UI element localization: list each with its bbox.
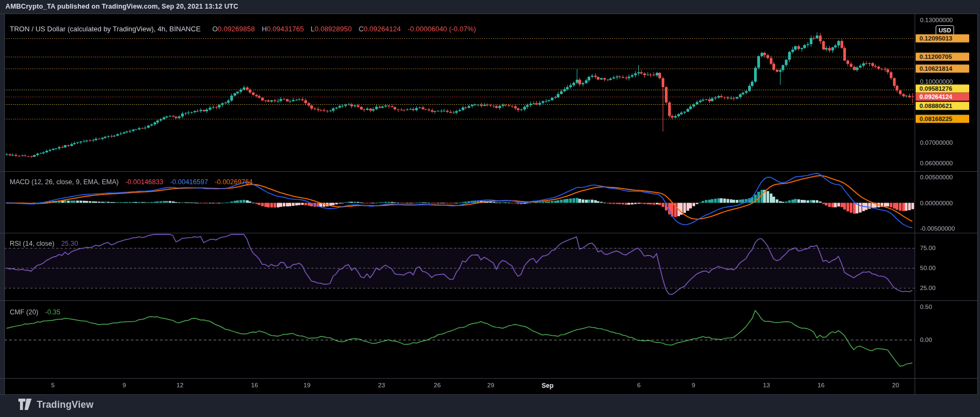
- tradingview-logo[interactable]: TradingView: [18, 399, 94, 411]
- price-axis-tick: 0.06000000: [920, 160, 953, 166]
- time-axis-label: 19: [304, 382, 311, 388]
- tradingview-published-chart: AMBCrypto_TA published on TradingView.co…: [0, 0, 980, 417]
- ohlc-low-letter: L: [311, 25, 315, 33]
- ohlc-high-value: 0.09431765: [267, 25, 304, 33]
- macd-title: MACD: [10, 178, 30, 186]
- cmf-axis-tick: 0.00: [920, 337, 932, 343]
- macd-signal-value: -0.00269764: [215, 178, 252, 186]
- time-axis-label: 16: [818, 382, 825, 388]
- ohlc-low-value: 0.08928950: [315, 25, 352, 33]
- time-axis-label: 13: [763, 382, 770, 388]
- symbol-title: TRON / US Dollar (calculated by TradingV…: [10, 25, 201, 33]
- ohlc-close-letter: C: [358, 25, 363, 33]
- cmf-value: -0.35: [45, 308, 61, 316]
- rsi-axis-tick: 75.00: [920, 245, 936, 251]
- cmf-legend[interactable]: CMF (20) -0.35: [10, 308, 61, 316]
- price-axis-tick: 0.07000000: [920, 139, 953, 146]
- cmf-title: CMF: [10, 308, 24, 316]
- level-price-label: 0.11200705: [916, 53, 969, 61]
- ohlc-open-value: 0.09269858: [218, 25, 255, 33]
- rsi-value: 25.30: [61, 240, 78, 247]
- rsi-params: (14, close): [23, 240, 54, 247]
- macd-axis-tick: -0.00500000: [920, 225, 955, 232]
- rsi-title: RSI: [10, 240, 21, 247]
- ohlc-high-letter: H: [262, 25, 266, 33]
- level-price-label: 0.08168225: [916, 115, 969, 123]
- level-price-label: 0.10621814: [916, 65, 969, 73]
- macd-params: (12, 26, close, 9, EMA, EMA): [31, 178, 118, 186]
- tradingview-logo-text: TradingView: [37, 399, 94, 411]
- tradingview-logo-icon: [18, 399, 32, 411]
- time-axis-label: 9: [123, 382, 126, 388]
- main-symbol-legend[interactable]: TRON / US Dollar (calculated by TradingV…: [10, 25, 476, 33]
- macd-line-value: -0.00416597: [170, 178, 208, 186]
- time-axis-label: 5: [51, 382, 55, 388]
- macd-legend[interactable]: MACD (12, 26, close, 9, EMA, EMA) -0.001…: [10, 178, 253, 186]
- price-axis-tick: 0.13000000: [920, 17, 953, 23]
- rsi-axis-tick: 50.00: [920, 265, 936, 271]
- rsi-legend[interactable]: RSI (14, close) 25.30: [10, 240, 78, 247]
- macd-axis-tick: 0.00500000: [920, 174, 953, 180]
- time-axis-label: 16: [251, 382, 258, 388]
- level-price-label: 0.12095013: [916, 35, 969, 43]
- time-axis-label: 6: [637, 382, 641, 388]
- macd-histogram-value: -0.00146833: [125, 178, 163, 186]
- time-axis-label: 23: [378, 382, 385, 388]
- time-axis-label: 26: [434, 382, 441, 388]
- time-axis-label: 12: [177, 382, 184, 388]
- time-axis-label: 29: [488, 382, 495, 388]
- time-axis-label: Sep: [542, 382, 554, 389]
- ohlc-change-value: -0.00006040 (-0.07%): [408, 25, 476, 33]
- time-axis-label: 20: [892, 382, 899, 388]
- level-price-label: 0.08880621: [916, 102, 969, 110]
- level-price-label: 0.09581276: [916, 84, 969, 92]
- macd-axis-tick: 0.00000000: [920, 200, 953, 206]
- cmf-axis-tick: 0.50: [920, 304, 932, 310]
- rsi-axis-tick: 25.00: [920, 285, 936, 291]
- ohlc-open-letter: O: [212, 25, 218, 33]
- cmf-params: (20): [26, 308, 38, 316]
- ohlc-close-value: 0.09264124: [364, 25, 401, 33]
- time-axis-label: 9: [692, 382, 695, 388]
- price-axis-tick: 0.10000000: [920, 78, 953, 85]
- published-header: AMBCrypto_TA published on TradingView.co…: [5, 3, 238, 10]
- last-price-label: 0.09264124: [916, 92, 969, 100]
